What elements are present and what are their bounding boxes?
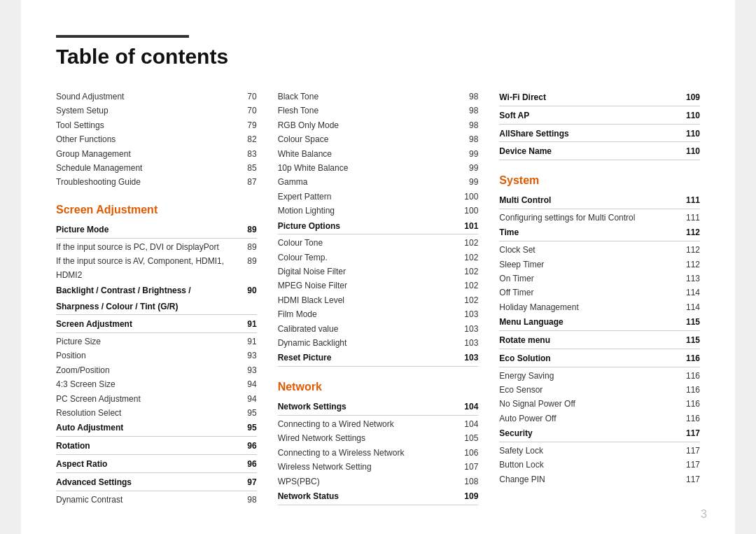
entry-label: Auto Power Off [499, 412, 679, 426]
entry-label: PC Screen Adjustment [56, 392, 236, 406]
entry-label: Film Mode [278, 307, 458, 321]
toc-entry: Sleep Timer112 [499, 258, 700, 272]
entry-label: Configuring settings for Multi Control [499, 211, 679, 225]
page: Table of contents Sound Adjustment70Syst… [21, 0, 735, 534]
entry-label: Colour Space [278, 132, 458, 146]
toc-entry: Sound Adjustment70 [56, 90, 257, 104]
entry-label: Resolution Select [56, 406, 236, 420]
entry-label: Colour Tone [278, 236, 458, 250]
entry-label: Motion Lighting [278, 204, 458, 218]
toc-entry: Group Management83 [56, 147, 257, 161]
entry-label: Soft AP [499, 108, 679, 124]
page-number: 3 [701, 508, 707, 521]
entry-page: 114 [679, 286, 700, 300]
toc-entry: Picture Size91 [56, 335, 257, 349]
entry-label: Picture Mode [56, 222, 236, 238]
entry-label: Expert Pattern [278, 190, 458, 204]
toc-entry-bold: Picture Options101 [278, 218, 479, 235]
entry-page: 110 [679, 143, 700, 160]
entry-page: 116 [679, 397, 700, 411]
entry-page: 98 [457, 104, 478, 118]
entry-page: 106 [457, 446, 478, 460]
entry-page: 95 [236, 406, 257, 420]
toc-entry: Eco Sensor116 [499, 383, 700, 397]
entry-label: Black Tone [278, 90, 458, 104]
entry-page: 109 [679, 90, 700, 106]
entry-label: Gamma [278, 175, 458, 189]
toc-entry: 10p White Balance99 [278, 161, 479, 175]
entry-label: Other Functions [56, 132, 236, 146]
entry-label: Network Settings [278, 399, 458, 415]
entry-page: 103 [457, 350, 478, 366]
toc-entry-bold: Device Name110 [499, 143, 700, 160]
toc-entry-bold: Menu Language115 [499, 314, 700, 331]
toc-entry: If the input source is PC, DVI or Displa… [56, 240, 257, 254]
toc-entry: Other Functions82 [56, 132, 257, 146]
entry-page: 114 [679, 300, 700, 314]
entry-page: 115 [679, 332, 700, 349]
entry-label: Tool Settings [56, 118, 236, 132]
toc-entry: Auto Power Off116 [499, 412, 700, 426]
entry-label: Device Name [499, 143, 679, 160]
entry-page: 113 [679, 272, 700, 286]
toc-entry-bold: Soft AP110 [499, 108, 700, 125]
entry-page: 98 [457, 132, 478, 146]
entry-page: 89 [236, 254, 257, 283]
entry-label: 4:3 Screen Size [56, 377, 236, 391]
entry-page: 100 [457, 190, 478, 204]
toc-entry: Safety Lock117 [499, 444, 700, 458]
entry-page: 112 [679, 243, 700, 257]
col3: Wi-Fi Direct109Soft AP110AllShare Settin… [499, 90, 700, 507]
system-heading: System [499, 174, 700, 187]
toc-entry: Calibrated value103 [278, 322, 479, 336]
entry-page: 89 [236, 222, 257, 238]
col1-sections: Picture Mode89If the input source is PC,… [56, 222, 257, 507]
entry-label: Calibrated value [278, 322, 458, 336]
col2-sections: Picture Options101Colour Tone102Colour T… [278, 218, 479, 367]
entry-label: White Balance [278, 147, 458, 161]
entry-label: Backlight / Contrast / Brightness / Shar… [56, 283, 236, 315]
entry-label: Dynamic Contrast [56, 493, 236, 507]
network-heading: Network [278, 381, 479, 393]
entry-page: 87 [236, 175, 257, 189]
toc-entry: Resolution Select95 [56, 406, 257, 420]
entry-page: 112 [679, 225, 700, 241]
toc-entry-bold: Time112 [499, 225, 700, 241]
toc-entry: Colour Space98 [278, 132, 479, 146]
toc-entry: PC Screen Adjustment94 [56, 392, 257, 406]
entry-label: Auto Adjustment [56, 420, 236, 436]
entry-page: 100 [457, 204, 478, 218]
entry-label: Energy Saving [499, 369, 679, 383]
entry-page: 89 [236, 240, 257, 254]
entry-label: Security [499, 426, 679, 442]
entry-page: 102 [457, 293, 478, 307]
entry-page: 98 [457, 90, 478, 104]
toc-entry: Black Tone98 [278, 90, 479, 104]
toc-entry: MPEG Noise Filter102 [278, 279, 479, 293]
entry-page: 104 [457, 417, 478, 431]
col2-network-entries: Network Settings104Connecting to a Wired… [278, 399, 479, 505]
entry-page: 85 [236, 161, 257, 175]
toc-entry-bold: Network Settings104 [278, 399, 479, 416]
toc-entry: Troubleshooting Guide87 [56, 175, 257, 189]
entry-label: Multi Control [499, 192, 679, 209]
entry-page: 110 [679, 126, 700, 142]
toc-entry: Dynamic Backlight103 [278, 336, 479, 350]
entry-label: Group Management [56, 147, 236, 161]
entry-page: 103 [457, 322, 478, 336]
entry-page: 115 [679, 314, 700, 330]
content-grid: Sound Adjustment70System Setup70Tool Set… [56, 90, 700, 507]
entry-page: 96 [236, 438, 257, 454]
toc-entry: System Setup70 [56, 104, 257, 118]
toc-entry: Zoom/Position93 [56, 363, 257, 377]
toc-entry: Motion Lighting100 [278, 204, 479, 218]
entry-page: 94 [236, 377, 257, 391]
entry-page: 108 [457, 475, 478, 489]
toc-entry: Colour Temp.102 [278, 251, 479, 265]
col3-top-entries: Wi-Fi Direct109Soft AP110AllShare Settin… [499, 90, 700, 160]
entry-label: If the input source is AV, Component, HD… [56, 254, 236, 283]
screen-adjustment-heading: Screen Adjustment [56, 204, 257, 216]
toc-entry: Expert Pattern100 [278, 190, 479, 204]
toc-entry: Gamma99 [278, 175, 479, 189]
entry-label: Holiday Management [499, 300, 679, 314]
